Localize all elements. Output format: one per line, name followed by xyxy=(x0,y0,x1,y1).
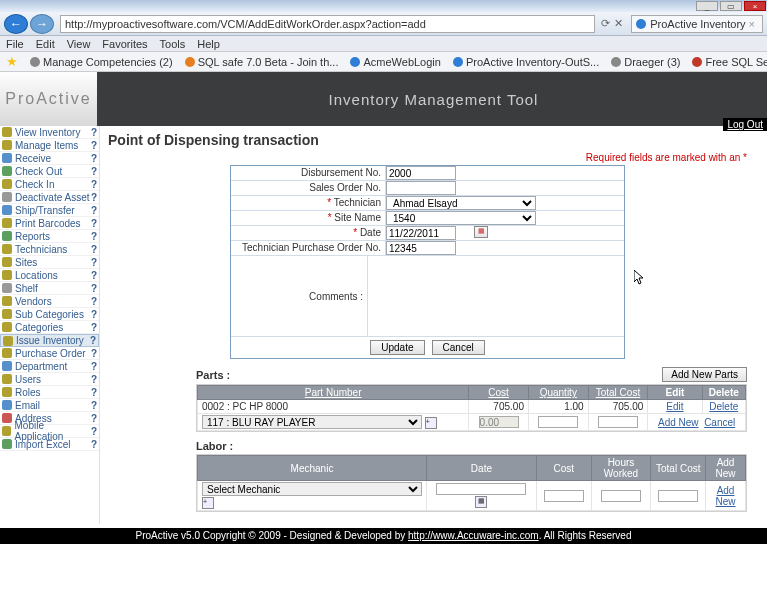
help-icon[interactable]: ? xyxy=(91,166,97,177)
help-icon[interactable]: ? xyxy=(91,218,97,229)
sidebar-item-receive[interactable]: Receive? xyxy=(0,152,99,165)
sidebar-item-sites[interactable]: Sites? xyxy=(0,256,99,269)
sidebar-item-check-in[interactable]: Check In? xyxy=(0,178,99,191)
sidebar-item-print-barcodes[interactable]: Print Barcodes? xyxy=(0,217,99,230)
help-icon[interactable]: ? xyxy=(91,192,97,203)
sidebar-item-users[interactable]: Users? xyxy=(0,373,99,386)
help-icon[interactable]: ? xyxy=(91,426,97,437)
part-add-icon[interactable]: + xyxy=(425,417,437,429)
help-icon[interactable]: ? xyxy=(91,270,97,281)
help-icon[interactable]: ? xyxy=(91,439,97,450)
menu-tools[interactable]: Tools xyxy=(160,38,186,50)
browser-tab[interactable]: ProActive Inventory × xyxy=(631,15,763,33)
help-icon[interactable]: ? xyxy=(91,400,97,411)
mechanic-select[interactable]: Select Mechanic xyxy=(202,482,422,496)
add-parts-button[interactable]: Add New Parts xyxy=(662,367,747,382)
help-icon[interactable]: ? xyxy=(91,296,97,307)
calendar-icon[interactable]: ▦ xyxy=(474,226,488,238)
labor-addnew-link[interactable]: Add New xyxy=(716,485,736,507)
fav-link[interactable]: AcmeWebLogin xyxy=(350,56,440,68)
fav-link[interactable]: Draeger (3) xyxy=(611,56,680,68)
comments-textarea[interactable] xyxy=(368,256,624,332)
help-icon[interactable]: ? xyxy=(91,140,97,151)
help-icon[interactable]: ? xyxy=(91,322,97,333)
menu-edit[interactable]: Edit xyxy=(36,38,55,50)
cancel-button[interactable]: Cancel xyxy=(432,340,485,355)
refresh-icon[interactable]: ⟳ xyxy=(601,17,610,30)
help-icon[interactable]: ? xyxy=(91,127,97,138)
po-input[interactable] xyxy=(386,241,456,255)
maximize-button[interactable]: ▭ xyxy=(720,1,742,11)
sidebar-item-department[interactable]: Department? xyxy=(0,360,99,373)
entry-cancel-link[interactable]: Cancel xyxy=(704,417,735,428)
sidebar-item-categories[interactable]: Categories? xyxy=(0,321,99,334)
sidebar-item-issue-inventory[interactable]: Issue Inventory? xyxy=(0,334,99,347)
entry-qty[interactable] xyxy=(538,416,578,428)
help-icon[interactable]: ? xyxy=(91,413,97,424)
delete-link[interactable]: Delete xyxy=(709,401,738,412)
stop-icon[interactable]: ✕ xyxy=(614,17,623,30)
date-input[interactable] xyxy=(386,226,456,240)
edit-link[interactable]: Edit xyxy=(666,401,683,412)
col-partnumber[interactable]: Part Number xyxy=(198,386,469,400)
sidebar-item-shelf[interactable]: Shelf? xyxy=(0,282,99,295)
sidebar-item-mobile-application[interactable]: Mobile Application? xyxy=(0,425,99,438)
address-bar[interactable] xyxy=(60,15,595,33)
sidebar-item-sub-categories[interactable]: Sub Categories? xyxy=(0,308,99,321)
menu-help[interactable]: Help xyxy=(197,38,220,50)
labor-cost-input[interactable] xyxy=(544,490,584,502)
sidebar-item-deactivate-asset[interactable]: Deactivate Asset? xyxy=(0,191,99,204)
sidebar-item-reports[interactable]: Reports? xyxy=(0,230,99,243)
help-icon[interactable]: ? xyxy=(90,335,96,346)
labor-calendar-icon[interactable]: ▦ xyxy=(475,496,487,508)
footer-link[interactable]: http://www.Accuware-inc.com xyxy=(408,530,539,541)
sidebar-item-technicians[interactable]: Technicians? xyxy=(0,243,99,256)
entry-total[interactable] xyxy=(598,416,638,428)
help-icon[interactable]: ? xyxy=(91,374,97,385)
menu-file[interactable]: File xyxy=(6,38,24,50)
sidebar-item-roles[interactable]: Roles? xyxy=(0,386,99,399)
part-select[interactable]: 117 : BLU RAY PLAYER xyxy=(202,415,422,429)
logout-link[interactable]: Log Out xyxy=(723,118,767,131)
fav-link[interactable]: SQL safe 7.0 Beta - Join th... xyxy=(185,56,339,68)
labor-total-input[interactable] xyxy=(658,490,698,502)
forward-button[interactable]: → xyxy=(30,14,54,34)
help-icon[interactable]: ? xyxy=(91,348,97,359)
favorites-star-icon[interactable]: ★ xyxy=(6,54,18,69)
tab-close-icon[interactable]: × xyxy=(746,18,758,30)
sidebar-item-check-out[interactable]: Check Out? xyxy=(0,165,99,178)
help-icon[interactable]: ? xyxy=(91,257,97,268)
sidebar-item-locations[interactable]: Locations? xyxy=(0,269,99,282)
labor-date-input[interactable] xyxy=(436,483,526,495)
col-qty[interactable]: Quantity xyxy=(528,386,588,400)
mechanic-add-icon[interactable]: + xyxy=(202,497,214,509)
help-icon[interactable]: ? xyxy=(91,231,97,242)
site-select[interactable]: 1540 xyxy=(386,211,536,225)
help-icon[interactable]: ? xyxy=(91,153,97,164)
back-button[interactable]: ← xyxy=(4,14,28,34)
disbursement-input[interactable] xyxy=(386,166,456,180)
help-icon[interactable]: ? xyxy=(91,205,97,216)
sidebar-item-email[interactable]: Email? xyxy=(0,399,99,412)
update-button[interactable]: Update xyxy=(370,340,424,355)
sidebar-item-vendors[interactable]: Vendors? xyxy=(0,295,99,308)
fav-link[interactable]: ProActive Inventory-OutS... xyxy=(453,56,599,68)
help-icon[interactable]: ? xyxy=(91,283,97,294)
technician-select[interactable]: Ahmad Elsayd xyxy=(386,196,536,210)
sidebar-item-ship-transfer[interactable]: Ship/Transfer? xyxy=(0,204,99,217)
help-icon[interactable]: ? xyxy=(91,244,97,255)
help-icon[interactable]: ? xyxy=(91,179,97,190)
help-icon[interactable]: ? xyxy=(91,387,97,398)
sidebar-item-manage-items[interactable]: Manage Items? xyxy=(0,139,99,152)
sidebar-item-view-inventory[interactable]: View Inventory? xyxy=(0,126,99,139)
menu-view[interactable]: View xyxy=(67,38,91,50)
labor-hours-input[interactable] xyxy=(601,490,641,502)
sidebar-item-purchase-order[interactable]: Purchase Order? xyxy=(0,347,99,360)
help-icon[interactable]: ? xyxy=(91,309,97,320)
help-icon[interactable]: ? xyxy=(91,361,97,372)
entry-addnew-link[interactable]: Add New xyxy=(658,417,699,428)
close-window-button[interactable]: × xyxy=(744,1,766,11)
fav-link[interactable]: Free SQL Server Tools - S... xyxy=(692,56,767,68)
col-total[interactable]: Total Cost xyxy=(588,386,648,400)
fav-link[interactable]: Manage Competencies (2) xyxy=(30,56,173,68)
